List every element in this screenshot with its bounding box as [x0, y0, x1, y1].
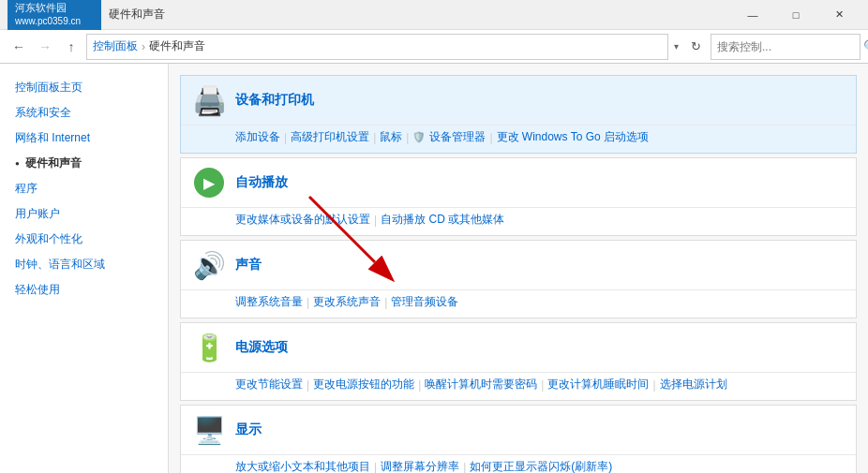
sidebar-item-appearance[interactable]: 外观和个性化: [0, 227, 168, 252]
watermark: 河东软件园 www.pc0359.cn: [7, 0, 101, 30]
breadcrumb-current: 硬件和声音: [149, 38, 205, 54]
category-title-block-sound: 声音: [235, 257, 845, 273]
category-title-autoplay[interactable]: 自动播放: [235, 174, 288, 189]
category-link-sound-0[interactable]: 调整系统音量: [235, 294, 303, 310]
category-header-devices: 🖨️设备和打印机: [181, 76, 856, 126]
category-link-display-2[interactable]: 如何更正显示器闪烁(刷新率): [470, 459, 612, 473]
address-bar: ← → ↑ 控制面板 › 硬件和声音 ▾ ↻ 🔍: [0, 30, 868, 64]
window-title: 硬件和声音: [109, 7, 165, 22]
breadcrumb: 控制面板 › 硬件和声音: [86, 34, 668, 60]
category-title-display[interactable]: 显示: [235, 421, 262, 436]
category-power: 🔋电源选项更改节能设置|更改电源按钮的功能|唤醒计算机时需要密码|更改计算机睡眠…: [180, 322, 857, 401]
category-title-block-autoplay: 自动播放: [235, 174, 845, 191]
back-button[interactable]: ←: [7, 36, 30, 58]
category-autoplay: ▶自动播放更改媒体或设备的默认设置|自动播放 CD 或其他媒体: [180, 157, 857, 236]
minimize-button[interactable]: —: [731, 0, 774, 30]
forward-button[interactable]: →: [34, 36, 56, 58]
category-devices: 🖨️设备和打印机添加设备|高级打印机设置|鼠标|🛡️设备管理器|更改 Windo…: [180, 75, 857, 154]
shield-icon: 🛡️: [412, 131, 426, 143]
category-link-power-1[interactable]: 更改电源按钮的功能: [313, 377, 414, 392]
category-link-power-0[interactable]: 更改节能设置: [235, 377, 303, 392]
category-link-power-3[interactable]: 更改计算机睡眠时间: [547, 377, 649, 392]
power-icon: 🔋: [192, 331, 226, 364]
category-header-display: 🖥️显示: [181, 406, 856, 455]
sidebar-item-accessibility[interactable]: 轻松使用: [0, 277, 168, 303]
up-button[interactable]: ↑: [60, 36, 82, 58]
sidebar-item-home[interactable]: 控制面板主页: [0, 75, 168, 100]
autoplay-icon: ▶: [192, 166, 226, 200]
sidebar-item-network[interactable]: 网络和 Internet: [0, 126, 168, 151]
category-link-display-0[interactable]: 放大或缩小文本和其他项目: [235, 459, 370, 473]
category-links-power: 更改节能设置|更改电源按钮的功能|唤醒计算机时需要密码|更改计算机睡眠时间|选择…: [181, 373, 856, 400]
link-separator: |: [418, 378, 421, 392]
category-link-power-2[interactable]: 唤醒计算机时需要密码: [425, 377, 537, 392]
category-link-display-1[interactable]: 调整屏幕分辨率: [381, 459, 459, 473]
category-link-devices-0[interactable]: 添加设备: [235, 129, 280, 145]
category-link-autoplay-1[interactable]: 自动播放 CD 或其他媒体: [381, 212, 504, 228]
category-link-devices-2[interactable]: 鼠标: [380, 129, 402, 145]
close-button[interactable]: ✕: [817, 0, 861, 30]
category-title-block-devices: 设备和打印机: [235, 92, 845, 109]
category-link-devices-3[interactable]: 设备管理器: [429, 129, 486, 145]
link-separator: |: [307, 296, 309, 309]
category-title-devices[interactable]: 设备和打印机: [235, 92, 314, 107]
category-title-block-display: 显示: [235, 421, 845, 438]
search-input[interactable]: [711, 40, 863, 53]
category-title-sound[interactable]: 声音: [235, 257, 262, 272]
link-separator: |: [541, 378, 544, 392]
sound-icon: 🔊: [192, 248, 226, 282]
category-links-display: 放大或缩小文本和其他项目|调整屏幕分辨率|如何更正显示器闪烁(刷新率): [181, 455, 856, 473]
category-link-devices-4[interactable]: 更改 Windows To Go 启动选项: [497, 129, 649, 145]
sidebar-nav: 控制面板主页系统和安全网络和 Internet硬件和声音程序用户账户外观和个性化…: [0, 75, 168, 303]
display-icon: 🖥️: [192, 413, 226, 447]
link-separator: |: [406, 131, 409, 144]
search-box: 🔍: [711, 34, 861, 60]
category-header-power: 🔋电源选项: [181, 323, 856, 373]
link-separator: |: [374, 461, 377, 474]
main-container: 控制面板主页系统和安全网络和 Internet硬件和声音程序用户账户外观和个性化…: [0, 64, 868, 473]
link-separator: |: [652, 378, 655, 392]
category-title-block-power: 电源选项: [235, 339, 845, 356]
sidebar-item-accounts[interactable]: 用户账户: [0, 201, 168, 227]
sidebar-item-system[interactable]: 系统和安全: [0, 100, 168, 126]
category-link-power-4[interactable]: 选择电源计划: [660, 377, 727, 392]
category-links-autoplay: 更改媒体或设备的默认设置|自动播放 CD 或其他媒体: [181, 208, 856, 235]
category-link-sound-2[interactable]: 管理音频设备: [391, 294, 458, 310]
content-area: 🖨️设备和打印机添加设备|高级打印机设置|鼠标|🛡️设备管理器|更改 Windo…: [169, 64, 868, 473]
link-separator: |: [489, 131, 492, 144]
address-right: ▾ ↻ 🔍: [672, 34, 861, 60]
sidebar-item-programs[interactable]: 程序: [0, 176, 168, 201]
link-separator: |: [373, 131, 376, 144]
title-bar: 河东软件园 www.pc0359.cn 硬件和声音 — □ ✕: [0, 0, 868, 30]
address-dropdown-arrow[interactable]: ▾: [672, 39, 681, 53]
category-links-devices: 添加设备|高级打印机设置|鼠标|🛡️设备管理器|更改 Windows To Go…: [181, 126, 856, 153]
window-controls: — □ ✕: [731, 0, 861, 30]
breadcrumb-root[interactable]: 控制面板: [93, 38, 138, 54]
category-links-sound: 调整系统音量|更改系统声音|管理音频设备: [181, 290, 856, 318]
link-separator: |: [463, 461, 466, 474]
sidebar: 控制面板主页系统和安全网络和 Internet硬件和声音程序用户账户外观和个性化…: [0, 64, 169, 473]
category-header-sound: 🔊声音: [181, 241, 856, 290]
breadcrumb-separator: ›: [142, 40, 145, 53]
category-sound: 🔊声音调整系统音量|更改系统声音|管理音频设备: [180, 240, 857, 318]
link-separator: |: [374, 214, 377, 227]
refresh-button[interactable]: ↻: [684, 36, 707, 58]
category-link-autoplay-0[interactable]: 更改媒体或设备的默认设置: [235, 212, 370, 228]
sidebar-item-clock[interactable]: 时钟、语言和区域: [0, 252, 168, 277]
link-separator: |: [384, 296, 387, 309]
category-display: 🖥️显示放大或缩小文本和其他项目|调整屏幕分辨率|如何更正显示器闪烁(刷新率): [180, 405, 857, 473]
link-separator: |: [307, 378, 309, 392]
link-separator: |: [284, 131, 287, 144]
devices-icon: 🖨️: [192, 83, 226, 117]
category-link-sound-1[interactable]: 更改系统声音: [313, 294, 381, 310]
category-header-autoplay: ▶自动播放: [181, 158, 856, 208]
category-link-devices-1[interactable]: 高级打印机设置: [291, 129, 369, 145]
maximize-button[interactable]: □: [774, 0, 817, 30]
search-button[interactable]: 🔍: [863, 35, 868, 59]
category-list: 🖨️设备和打印机添加设备|高级打印机设置|鼠标|🛡️设备管理器|更改 Windo…: [169, 75, 868, 473]
sidebar-item-hardware[interactable]: 硬件和声音: [0, 151, 168, 176]
category-title-power[interactable]: 电源选项: [235, 339, 288, 354]
